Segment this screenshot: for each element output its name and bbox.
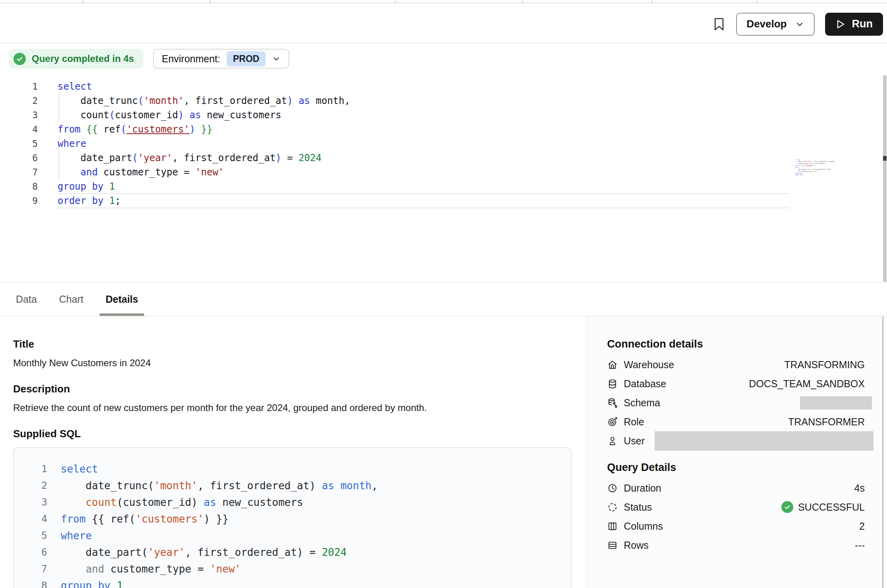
connection-details-rows: Warehouse TRANSFORMING Database DOCS_TEA… (607, 355, 865, 450)
code-line: select (58, 79, 887, 94)
line-number: 5 (27, 527, 47, 544)
bookmark-button[interactable] (712, 17, 726, 32)
code-line: group by 1 (61, 577, 571, 588)
tab-divider (395, 0, 396, 4)
connection-row-schema: Schema (607, 393, 865, 412)
editor-scrollbar[interactable] (883, 75, 887, 282)
code-line: and customer_type = 'new' (58, 165, 887, 179)
tab-details[interactable]: Details (106, 282, 138, 316)
row-label: Database (624, 378, 666, 390)
success-check-icon (781, 501, 793, 513)
chevron-down-icon (272, 54, 281, 63)
line-number: 8 (27, 577, 47, 588)
details-left-pane: Title Monthly New Customers in 2024 Desc… (0, 317, 587, 588)
editor-code-lines[interactable]: 1select2 date_trunc('month', first_order… (0, 79, 887, 208)
code-line: date_part('year', first_ordered_at) = 20… (58, 151, 887, 165)
supplied-sql-code-block: 1select2 date_trunc('month', first_order… (13, 447, 572, 588)
tab-chart[interactable]: Chart (59, 282, 83, 316)
query-row-duration: Duration 4s (607, 478, 865, 498)
line-number: 3 (0, 108, 38, 122)
browser-tab-strip (0, 0, 887, 4)
code-line: and customer_type = 'new' (61, 561, 571, 577)
code-line: select (61, 461, 571, 477)
row-label: Columns (624, 521, 663, 532)
row-value: TRANSFORMING (784, 359, 865, 371)
row-value: DOCS_TEAM_SANDBOX (749, 378, 865, 390)
connection-details-heading: Connection details (607, 338, 865, 350)
query-row-columns: Columns 2 (607, 517, 865, 536)
panel-scrollbar-track[interactable] (882, 317, 883, 588)
query-details-heading: Query Details (607, 461, 865, 474)
row-value: 2 (859, 521, 865, 532)
line-number: 6 (0, 151, 38, 165)
environment-dropdown[interactable]: Environment: PROD (153, 49, 289, 69)
sql-editor[interactable]: 1select2 date_trunc('month', first_order… (0, 79, 887, 282)
line-number: 3 (27, 494, 47, 511)
develop-dropdown-button[interactable]: Develop (736, 13, 814, 36)
environment-value-chip: PROD (227, 51, 266, 67)
row-label: Duration (624, 482, 661, 494)
code-line: group by 1 (58, 179, 887, 194)
row-label: Rows (624, 540, 649, 551)
row-label: Schema (624, 397, 660, 409)
schema-icon (607, 398, 618, 408)
connection-row-database: Database DOCS_TEAM_SANDBOX (607, 374, 865, 393)
supplied-sql-heading: Supplied SQL (13, 428, 587, 440)
run-label: Run (852, 18, 873, 30)
connection-row-warehouse: Warehouse TRANSFORMING (607, 355, 865, 374)
line-number: 6 (27, 544, 47, 561)
row-value: TRANSFORMER (788, 416, 865, 428)
code-line: from {{ ref('customers') }} (61, 511, 571, 527)
columns-icon (607, 521, 618, 532)
warehouse-icon (607, 359, 618, 370)
code-line: count(customer_id) as new_customers (58, 108, 887, 122)
tab-data[interactable]: Data (16, 282, 37, 316)
line-number: 7 (0, 165, 38, 179)
status-value-wrap: SUCCESSFUL (781, 501, 865, 513)
code-line: where (58, 136, 887, 151)
scrollbar-thumb[interactable] (883, 156, 887, 161)
details-right-pane: Connection details Warehouse TRANSFORMIN… (587, 317, 887, 588)
details-content: Title Monthly New Customers in 2024 Desc… (0, 317, 887, 588)
develop-label: Develop (746, 18, 787, 30)
line-number: 5 (0, 136, 38, 151)
code-line: order by 1; (795, 174, 840, 176)
rows-icon (607, 540, 618, 551)
connection-row-user: User (607, 431, 865, 450)
row-label: Role (624, 416, 644, 428)
check-circle-icon (13, 53, 26, 65)
user-icon (607, 436, 618, 446)
code-line: date_trunc('month', first_ordered_at) as… (58, 94, 887, 108)
line-number: 1 (0, 79, 38, 94)
status-icon (607, 502, 618, 513)
app-root: Develop Run Query completed i (0, 0, 887, 588)
header-toolbar: Develop Run (0, 5, 887, 44)
results-tabbar: Data Chart Details (0, 282, 887, 317)
description-heading: Description (13, 383, 587, 395)
title-value: Monthly New Customers in 2024 (13, 357, 587, 369)
database-icon (607, 379, 618, 389)
play-icon (835, 19, 846, 30)
query-status-text: Query completed in 4s (32, 53, 134, 64)
line-number: 7 (27, 561, 47, 577)
line-number: 4 (27, 511, 47, 527)
row-label: User (624, 435, 645, 447)
tab-divider (210, 0, 210, 4)
connection-row-role: Role TRANSFORMER (607, 412, 865, 431)
tab-divider (82, 0, 83, 4)
role-icon (607, 417, 618, 427)
code-line: where (61, 527, 571, 544)
tab-divider (522, 0, 523, 4)
code-line: date_part('year', first_ordered_at) = 20… (61, 544, 571, 561)
row-value: 4s (854, 482, 865, 494)
query-row-rows: Rows --- (607, 536, 865, 555)
tab-divider (652, 0, 652, 4)
line-number: 2 (0, 94, 38, 108)
run-button[interactable]: Run (825, 13, 883, 36)
title-heading: Title (13, 338, 587, 350)
row-label: Status (624, 502, 652, 513)
editor-minimap[interactable]: 1select2 date_trunc('month', first_order… (795, 159, 840, 184)
line-number: 8 (0, 179, 38, 194)
query-row-status: Status SUCCESSFUL (607, 498, 865, 517)
redacted-value (800, 396, 872, 409)
